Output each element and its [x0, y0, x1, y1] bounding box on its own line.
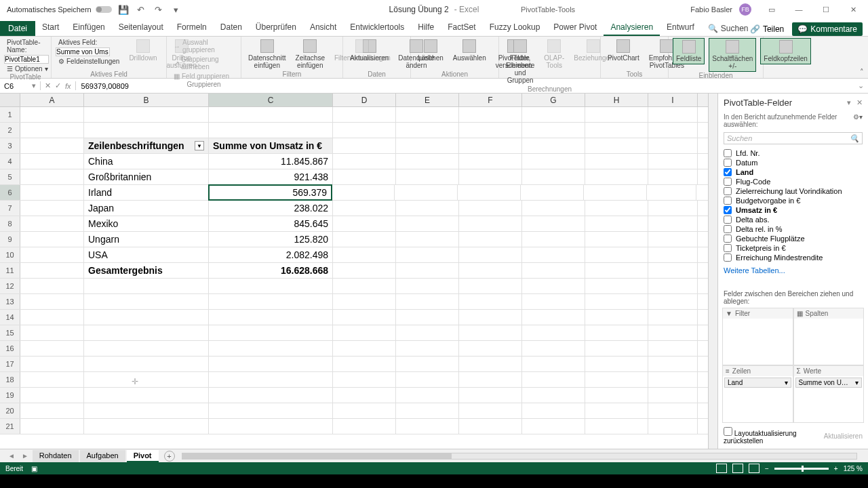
- cell-A13[interactable]: [20, 294, 84, 309]
- cell-D12[interactable]: [333, 279, 396, 293]
- cell-F6[interactable]: [458, 185, 521, 200]
- cell-B19[interactable]: [84, 388, 209, 403]
- columns-area[interactable]: ▦Spalten: [793, 308, 865, 365]
- fieldheaders-toggle[interactable]: Feldkopfzeilen: [760, 38, 810, 64]
- cell-B11[interactable]: Gesamtergebnis: [84, 263, 209, 278]
- row-header[interactable]: 20: [0, 403, 20, 418]
- undo-icon[interactable]: ↶: [135, 3, 147, 16]
- row-header[interactable]: 8: [0, 216, 20, 231]
- cell-E2[interactable]: [396, 123, 459, 138]
- cell-B17[interactable]: [84, 357, 209, 371]
- accept-formula-icon[interactable]: ✓: [55, 81, 61, 90]
- pivotchart-button[interactable]: PivotChart: [605, 38, 642, 63]
- cell-F1[interactable]: [459, 107, 522, 122]
- cell-C2[interactable]: [209, 123, 333, 138]
- cell-C21[interactable]: [209, 419, 333, 434]
- cell-G16[interactable]: [522, 341, 585, 356]
- cell-D2[interactable]: [333, 123, 396, 138]
- ribbon-tab-entwurf[interactable]: Entwurf: [660, 20, 701, 36]
- cell-G17[interactable]: [522, 357, 585, 371]
- cell-A3[interactable]: [20, 138, 84, 153]
- ribbon-mode-icon[interactable]: ▭: [760, 0, 784, 19]
- cell-E13[interactable]: [396, 294, 459, 309]
- row-header[interactable]: 19: [0, 388, 20, 403]
- cell-D20[interactable]: [333, 403, 396, 418]
- cell-A14[interactable]: [20, 310, 84, 325]
- file-tab[interactable]: Datei: [0, 21, 35, 36]
- horizontal-scrollbar[interactable]: [182, 453, 857, 460]
- cell-H19[interactable]: [585, 388, 648, 403]
- row-header[interactable]: 12: [0, 279, 20, 293]
- refresh-button[interactable]: Aktualisieren: [347, 38, 391, 63]
- maximize-icon[interactable]: ☐: [814, 0, 838, 19]
- cell-B16[interactable]: [84, 341, 209, 356]
- cell-C13[interactable]: [209, 294, 333, 309]
- row-header[interactable]: 21: [0, 419, 20, 434]
- sheet-nav-prev-icon[interactable]: ◄: [5, 452, 18, 460]
- cell-A18[interactable]: [20, 372, 84, 387]
- cell-D8[interactable]: [333, 216, 396, 231]
- select-all-corner[interactable]: [0, 94, 20, 106]
- cell-H21[interactable]: [585, 419, 648, 434]
- expand-formula-icon[interactable]: ⌄: [854, 81, 868, 90]
- cell-I18[interactable]: [648, 372, 698, 387]
- cell-I3[interactable]: [648, 138, 698, 153]
- cell-G6[interactable]: [521, 185, 584, 200]
- field-checkbox-item[interactable]: Gebuchte Flugplätze: [724, 234, 863, 243]
- cell-A8[interactable]: [20, 216, 84, 231]
- values-area[interactable]: ΣWerte Summe von Umsatz in €▾: [793, 365, 865, 423]
- ribbon-tab-factset[interactable]: FactSet: [441, 20, 482, 36]
- cell-F19[interactable]: [459, 388, 522, 403]
- cell-E7[interactable]: [396, 201, 459, 216]
- cell-C6[interactable]: 569.379: [208, 184, 332, 201]
- cell-G12[interactable]: [522, 279, 585, 293]
- cell-E10[interactable]: [396, 247, 459, 262]
- cell-I21[interactable]: [648, 419, 698, 434]
- cell-H16[interactable]: [585, 341, 648, 356]
- cell-F8[interactable]: [459, 216, 522, 231]
- cell-B1[interactable]: [84, 107, 209, 122]
- cell-F16[interactable]: [459, 341, 522, 356]
- cell-E11[interactable]: [396, 263, 459, 278]
- cell-G20[interactable]: [522, 403, 585, 418]
- cell-A12[interactable]: [20, 279, 84, 293]
- cell-D21[interactable]: [333, 419, 396, 434]
- cell-D1[interactable]: [333, 107, 396, 122]
- cell-H11[interactable]: [585, 263, 648, 278]
- redo-icon[interactable]: ↷: [153, 3, 165, 16]
- cell-B8[interactable]: Mexiko: [84, 216, 209, 231]
- cell-E4[interactable]: [396, 154, 459, 169]
- cell-C4[interactable]: 11.845.867: [209, 154, 333, 169]
- cell-A2[interactable]: [20, 123, 84, 138]
- fieldlist-toggle[interactable]: Feldliste: [673, 38, 705, 64]
- cell-C12[interactable]: [209, 279, 333, 293]
- cell-H1[interactable]: [585, 107, 648, 122]
- cell-F13[interactable]: [459, 294, 522, 309]
- cell-G21[interactable]: [522, 419, 585, 434]
- cell-I12[interactable]: [648, 279, 698, 293]
- row-header[interactable]: 17: [0, 357, 20, 371]
- cell-H8[interactable]: [585, 216, 648, 231]
- column-header-E[interactable]: E: [396, 94, 459, 106]
- comments-button[interactable]: 💬 Kommentare: [792, 22, 863, 36]
- cell-I20[interactable]: [648, 403, 698, 418]
- tell-me-search[interactable]: 🔍 Suchen: [701, 21, 755, 36]
- cell-D17[interactable]: [333, 357, 396, 371]
- cell-B2[interactable]: [84, 123, 209, 138]
- qat-customize-icon[interactable]: ▾: [170, 3, 182, 16]
- cell-B5[interactable]: Großbritannien: [84, 169, 209, 184]
- cell-C11[interactable]: 16.628.668: [209, 263, 333, 278]
- close-icon[interactable]: ✕: [841, 0, 865, 19]
- cell-E19[interactable]: [396, 388, 459, 403]
- cell-F3[interactable]: [459, 138, 522, 153]
- spreadsheet-grid[interactable]: ABCDEFGHI 123Zeilenbeschriftungen▼Summe …: [0, 94, 708, 449]
- cell-B13[interactable]: [84, 294, 209, 309]
- sheet-tab-aufgaben[interactable]: Aufgaben: [80, 450, 125, 462]
- cell-H7[interactable]: [585, 201, 648, 216]
- cell-I17[interactable]: [648, 357, 698, 371]
- cell-A10[interactable]: [20, 247, 84, 262]
- row-header[interactable]: 13: [0, 294, 20, 309]
- cell-G2[interactable]: [522, 123, 585, 138]
- row-header[interactable]: 11: [0, 263, 20, 278]
- column-header-A[interactable]: A: [20, 94, 84, 106]
